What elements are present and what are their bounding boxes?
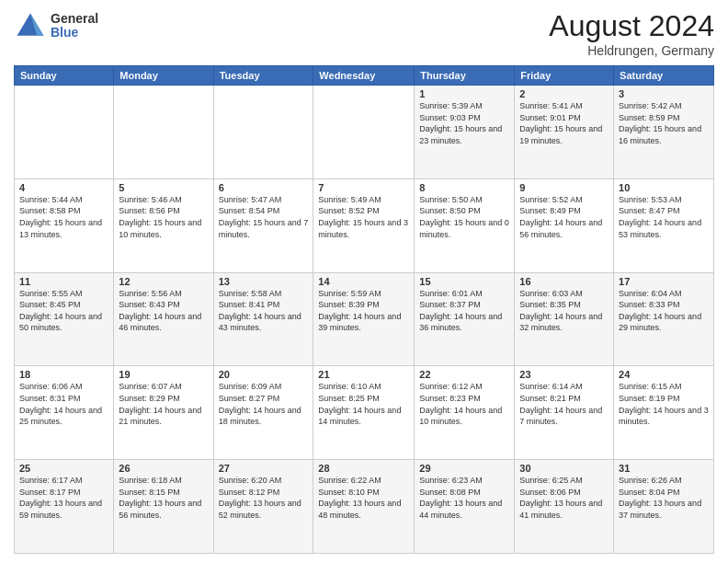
day-info-line: Sunrise: 6:15 AM — [619, 382, 682, 391]
calendar-week-3: 11Sunrise: 5:55 AMSunset: 8:45 PMDayligh… — [15, 272, 714, 366]
day-info-line: Sunset: 8:27 PM — [219, 394, 280, 403]
day-info-line: Daylight: 14 hours and 25 minutes. — [19, 406, 102, 427]
day-info-line: Sunset: 8:33 PM — [619, 300, 680, 309]
day-info-line: Sunset: 8:29 PM — [119, 394, 180, 403]
calendar-cell: 17Sunrise: 6:04 AMSunset: 8:33 PMDayligh… — [614, 272, 714, 366]
day-info-line: Sunset: 8:21 PM — [519, 394, 581, 403]
day-info-line: Sunrise: 5:46 AM — [119, 195, 182, 204]
calendar-cell: 22Sunrise: 6:12 AMSunset: 8:23 PMDayligh… — [415, 366, 515, 460]
day-info-line: Sunset: 8:10 PM — [318, 488, 380, 497]
day-number: 28 — [318, 463, 409, 474]
calendar-cell: 23Sunrise: 6:14 AMSunset: 8:21 PMDayligh… — [515, 366, 614, 460]
day-info-line: Sunset: 8:15 PM — [119, 488, 180, 497]
logo-general-text: General — [51, 12, 98, 26]
calendar-cell: 5Sunrise: 5:46 AMSunset: 8:56 PMDaylight… — [114, 178, 213, 272]
day-info-line: Daylight: 15 hours and 19 minutes. — [519, 124, 602, 145]
calendar-cell — [313, 86, 415, 179]
day-number: 16 — [519, 276, 609, 287]
day-info-line: Daylight: 14 hours and 36 minutes. — [419, 312, 502, 333]
day-number: 15 — [419, 276, 509, 287]
day-info-line: Sunrise: 5:41 AM — [519, 101, 583, 110]
day-info-line: Daylight: 15 hours and 13 minutes. — [19, 218, 102, 239]
day-info-line: Sunset: 8:52 PM — [318, 206, 380, 215]
day-info-line: Sunset: 8:50 PM — [419, 206, 481, 215]
day-info: Sunrise: 6:22 AMSunset: 8:10 PMDaylight:… — [318, 475, 409, 521]
calendar-cell: 27Sunrise: 6:20 AMSunset: 8:12 PMDayligh… — [213, 460, 313, 554]
logo-text: General Blue — [51, 12, 98, 40]
calendar-cell — [213, 86, 313, 179]
day-info-line: Sunrise: 6:17 AM — [19, 476, 83, 485]
calendar-cell: 7Sunrise: 5:49 AMSunset: 8:52 PMDaylight… — [313, 178, 415, 272]
day-info-line: Sunset: 8:56 PM — [119, 206, 180, 215]
day-info-line: Sunrise: 6:07 AM — [119, 382, 182, 391]
calendar-cell: 8Sunrise: 5:50 AMSunset: 8:50 PMDaylight… — [415, 178, 515, 272]
day-info-line: Daylight: 14 hours and 10 minutes. — [419, 406, 502, 427]
day-info: Sunrise: 6:07 AMSunset: 8:29 PMDaylight:… — [119, 381, 208, 427]
day-number: 5 — [119, 182, 208, 193]
day-info: Sunrise: 5:49 AMSunset: 8:52 PMDaylight:… — [318, 194, 409, 240]
col-tuesday: Tuesday — [213, 66, 313, 86]
day-info-line: Sunrise: 6:04 AM — [619, 289, 682, 298]
day-info: Sunrise: 6:15 AMSunset: 8:19 PMDaylight:… — [619, 381, 709, 427]
day-info: Sunrise: 5:41 AMSunset: 9:01 PMDaylight:… — [519, 100, 609, 146]
day-info-line: Sunrise: 5:39 AM — [419, 101, 483, 110]
day-info-line: Sunset: 8:17 PM — [19, 488, 81, 497]
calendar-cell: 30Sunrise: 6:25 AMSunset: 8:06 PMDayligh… — [515, 460, 614, 554]
day-info-line: Daylight: 14 hours and 46 minutes. — [119, 312, 201, 333]
calendar-cell: 15Sunrise: 6:01 AMSunset: 8:37 PMDayligh… — [415, 272, 515, 366]
day-info: Sunrise: 6:09 AMSunset: 8:27 PMDaylight:… — [219, 381, 309, 427]
calendar-week-1: 1Sunrise: 5:39 AMSunset: 9:03 PMDaylight… — [15, 86, 714, 179]
day-info-line: Sunrise: 6:23 AM — [419, 476, 483, 485]
day-number: 14 — [318, 276, 409, 287]
calendar-week-5: 25Sunrise: 6:17 AMSunset: 8:17 PMDayligh… — [15, 460, 714, 554]
day-info-line: Sunrise: 6:25 AM — [519, 476, 583, 485]
day-info: Sunrise: 5:39 AMSunset: 9:03 PMDaylight:… — [419, 100, 509, 146]
day-number: 19 — [119, 369, 208, 380]
day-info-line: Daylight: 14 hours and 39 minutes. — [318, 312, 401, 333]
day-info-line: Daylight: 13 hours and 44 minutes. — [419, 499, 502, 520]
day-number: 17 — [619, 276, 709, 287]
calendar-cell: 2Sunrise: 5:41 AMSunset: 9:01 PMDaylight… — [515, 86, 614, 179]
day-info-line: Sunset: 8:37 PM — [419, 300, 481, 309]
calendar-cell: 1Sunrise: 5:39 AMSunset: 9:03 PMDaylight… — [415, 86, 515, 179]
day-info-line: Sunrise: 6:22 AM — [318, 476, 381, 485]
day-number: 2 — [519, 88, 609, 99]
day-info-line: Sunrise: 5:52 AM — [519, 195, 583, 204]
location: Heldrungen, Germany — [549, 43, 714, 58]
day-info: Sunrise: 6:01 AMSunset: 8:37 PMDaylight:… — [419, 288, 509, 334]
day-info-line: Sunset: 8:08 PM — [419, 488, 481, 497]
day-info: Sunrise: 5:46 AMSunset: 8:56 PMDaylight:… — [119, 194, 208, 240]
calendar-week-4: 18Sunrise: 6:06 AMSunset: 8:31 PMDayligh… — [15, 366, 714, 460]
day-info-line: Sunrise: 6:03 AM — [519, 289, 583, 298]
calendar-cell: 12Sunrise: 5:56 AMSunset: 8:43 PMDayligh… — [114, 272, 213, 366]
day-info-line: Sunset: 8:49 PM — [519, 206, 581, 215]
day-info-line: Sunrise: 5:50 AM — [419, 195, 483, 204]
day-info-line: Sunset: 8:19 PM — [619, 394, 680, 403]
calendar-cell: 11Sunrise: 5:55 AMSunset: 8:45 PMDayligh… — [15, 272, 114, 366]
day-info: Sunrise: 5:53 AMSunset: 8:47 PMDaylight:… — [619, 194, 709, 240]
day-info: Sunrise: 5:42 AMSunset: 8:59 PMDaylight:… — [619, 100, 709, 146]
calendar-cell: 14Sunrise: 5:59 AMSunset: 8:39 PMDayligh… — [313, 272, 415, 366]
day-number: 1 — [419, 88, 509, 99]
day-info-line: Sunset: 8:04 PM — [619, 488, 680, 497]
day-info-line: Sunrise: 6:20 AM — [219, 476, 282, 485]
calendar-cell: 18Sunrise: 6:06 AMSunset: 8:31 PMDayligh… — [15, 366, 114, 460]
day-info: Sunrise: 6:12 AMSunset: 8:23 PMDaylight:… — [419, 381, 509, 427]
day-info-line: Daylight: 14 hours and 43 minutes. — [219, 312, 301, 333]
day-number: 24 — [619, 369, 709, 380]
calendar-cell — [114, 86, 213, 179]
day-info-line: Sunset: 8:25 PM — [318, 394, 380, 403]
calendar-week-2: 4Sunrise: 5:44 AMSunset: 8:58 PMDaylight… — [15, 178, 714, 272]
day-info: Sunrise: 6:04 AMSunset: 8:33 PMDaylight:… — [619, 288, 709, 334]
calendar-cell: 4Sunrise: 5:44 AMSunset: 8:58 PMDaylight… — [15, 178, 114, 272]
header-row: Sunday Monday Tuesday Wednesday Thursday… — [15, 66, 714, 86]
calendar-cell: 26Sunrise: 6:18 AMSunset: 8:15 PMDayligh… — [114, 460, 213, 554]
day-info-line: Sunrise: 5:59 AM — [318, 289, 381, 298]
day-number: 13 — [219, 276, 309, 287]
day-info-line: Sunrise: 6:26 AM — [619, 476, 682, 485]
day-number: 18 — [19, 369, 108, 380]
day-info-line: Daylight: 13 hours and 48 minutes. — [318, 499, 401, 520]
day-number: 12 — [119, 276, 208, 287]
calendar-cell: 25Sunrise: 6:17 AMSunset: 8:17 PMDayligh… — [15, 460, 114, 554]
day-info-line: Daylight: 13 hours and 41 minutes. — [519, 499, 602, 520]
